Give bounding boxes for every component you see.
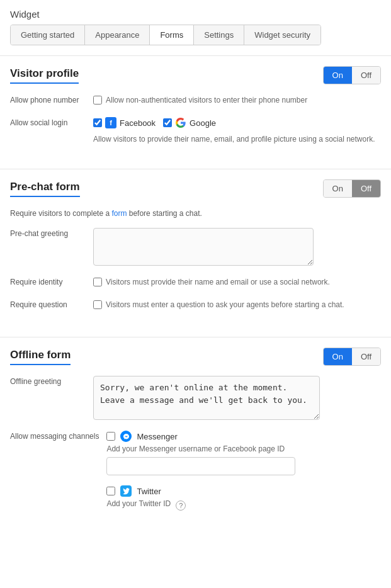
- offline-toggle-off[interactable]: Off: [352, 348, 380, 365]
- allow-phone-checkbox-row: Allow non-authenticated visitors to ente…: [93, 94, 381, 106]
- require-identity-checkbox[interactable]: [93, 278, 102, 286]
- allow-phone-label: Allow phone number: [10, 94, 86, 105]
- social-hint: Allow visitors to provide their name, em…: [93, 133, 381, 145]
- require-identity-checkbox-row: Visitors must provide their name and ema…: [93, 276, 381, 288]
- pre-chat-form-title: Pre-chat form: [10, 181, 80, 197]
- allow-phone-checkbox[interactable]: [93, 96, 102, 105]
- messaging-channels-label: Allow messaging channels: [10, 431, 99, 441]
- twitter-checkbox[interactable]: [106, 487, 115, 495]
- messaging-channels-content: Messenger Add your Messenger username or…: [106, 431, 381, 522]
- facebook-social-item: f Facebook: [93, 117, 156, 128]
- visitor-profile-toggle-off[interactable]: Off: [352, 67, 380, 84]
- offline-form-title: Offline form: [10, 349, 71, 365]
- messenger-icon: [120, 431, 132, 442]
- question-icon[interactable]: ?: [176, 500, 186, 511]
- require-question-label: Require question: [10, 299, 86, 309]
- require-question-checkbox-row: Visitors must enter a question to ask yo…: [93, 299, 381, 310]
- require-identity-row: Require identity Visitors must provide t…: [10, 276, 381, 290]
- tabs-bar: Getting started Appearance Forms Setting…: [10, 25, 321, 45]
- allow-phone-desc: Allow non-authenticated visitors to ente…: [106, 94, 307, 106]
- tab-getting-started[interactable]: Getting started: [11, 25, 85, 45]
- offline-form-section: Offline form On Off Offline greeting All…: [0, 337, 391, 546]
- require-question-content: Visitors must enter a question to ask yo…: [93, 299, 381, 313]
- require-identity-label: Require identity: [10, 276, 86, 286]
- require-question-checkbox[interactable]: [93, 300, 102, 309]
- pre-chat-toggle: On Off: [323, 179, 381, 198]
- messenger-label: Messenger: [137, 432, 177, 441]
- visitor-profile-toggle-on[interactable]: On: [324, 67, 352, 84]
- social-login-row: f Facebook Google: [93, 117, 381, 128]
- twitter-channel-block: Twitter Add your Twitter ID ?: [106, 485, 381, 512]
- twitter-add-text: Add your Twitter ID: [106, 499, 171, 508]
- visitor-profile-title: Visitor profile: [10, 67, 79, 84]
- google-checkbox[interactable]: [163, 118, 172, 127]
- pre-chat-toggle-off[interactable]: Off: [352, 180, 380, 197]
- tab-widget-security[interactable]: Widget security: [244, 25, 320, 45]
- pre-chat-toggle-on[interactable]: On: [324, 180, 352, 197]
- facebook-icon: f: [105, 117, 116, 128]
- messenger-channel-header: Messenger: [106, 431, 381, 442]
- allow-social-label: Allow social login: [10, 117, 86, 127]
- google-social-item: Google: [163, 117, 216, 128]
- pre-chat-greeting-input[interactable]: [93, 228, 314, 266]
- allow-social-content: f Facebook Google All: [93, 117, 381, 145]
- messaging-channels-row: Allow messaging channels Messenger Add y…: [10, 431, 381, 522]
- offline-greeting-label: Offline greeting: [10, 376, 86, 386]
- pre-chat-desc-text: Require visitors to complete a: [10, 209, 110, 218]
- visitor-profile-section: Visitor profile On Off Allow phone numbe…: [0, 55, 391, 169]
- pre-chat-greeting-content: [93, 228, 381, 268]
- allow-social-row: Allow social login f Facebook: [10, 117, 381, 145]
- tab-forms[interactable]: Forms: [150, 25, 194, 45]
- twitter-icon: [120, 485, 132, 497]
- offline-greeting-row: Offline greeting: [10, 376, 381, 422]
- offline-toggle-on[interactable]: On: [324, 348, 352, 365]
- tab-appearance[interactable]: Appearance: [85, 25, 150, 45]
- google-icon: [175, 117, 186, 128]
- visitor-profile-toggle: On Off: [323, 66, 381, 84]
- tab-settings[interactable]: Settings: [194, 25, 244, 45]
- require-identity-desc: Visitors must provide their name and ema…: [106, 276, 330, 288]
- allow-phone-content: Allow non-authenticated visitors to ente…: [93, 94, 381, 108]
- facebook-checkbox[interactable]: [93, 118, 102, 127]
- pre-chat-greeting-row: Pre-chat greeting: [10, 228, 381, 268]
- messenger-channel-block: Messenger Add your Messenger username or…: [106, 431, 381, 475]
- pre-chat-greeting-label: Pre-chat greeting: [10, 228, 86, 238]
- require-identity-content: Visitors must provide their name and ema…: [93, 276, 381, 290]
- require-question-desc: Visitors must enter a question to ask yo…: [106, 299, 344, 310]
- pre-chat-form-section: Pre-chat form On Off Require visitors to…: [0, 169, 391, 337]
- pre-chat-description: Require visitors to complete a form befo…: [10, 208, 381, 219]
- offline-greeting-content: [93, 376, 381, 422]
- allow-phone-row: Allow phone number Allow non-authenticat…: [10, 94, 381, 108]
- pre-chat-desc-end: before starting a chat.: [129, 209, 202, 218]
- offline-form-header: Offline form On Off: [10, 348, 381, 366]
- twitter-label: Twitter: [137, 487, 161, 496]
- twitter-channel-header: Twitter: [106, 485, 381, 497]
- google-label: Google: [190, 118, 216, 128]
- facebook-label: Facebook: [120, 118, 156, 128]
- offline-greeting-textarea[interactable]: [93, 376, 320, 420]
- pre-chat-form-header: Pre-chat form On Off: [10, 179, 381, 198]
- require-question-row: Require question Visitors must enter a q…: [10, 299, 381, 313]
- messenger-add-text: Add your Messenger username or Facebook …: [106, 444, 381, 453]
- messenger-input[interactable]: [106, 457, 295, 475]
- page-title: Widget: [0, 0, 391, 25]
- offline-toggle: On Off: [323, 348, 381, 366]
- messenger-checkbox[interactable]: [106, 432, 115, 441]
- visitor-profile-header: Visitor profile On Off: [10, 66, 381, 84]
- twitter-add-row: Add your Twitter ID ?: [106, 499, 381, 512]
- pre-chat-form-link[interactable]: form: [111, 209, 127, 218]
